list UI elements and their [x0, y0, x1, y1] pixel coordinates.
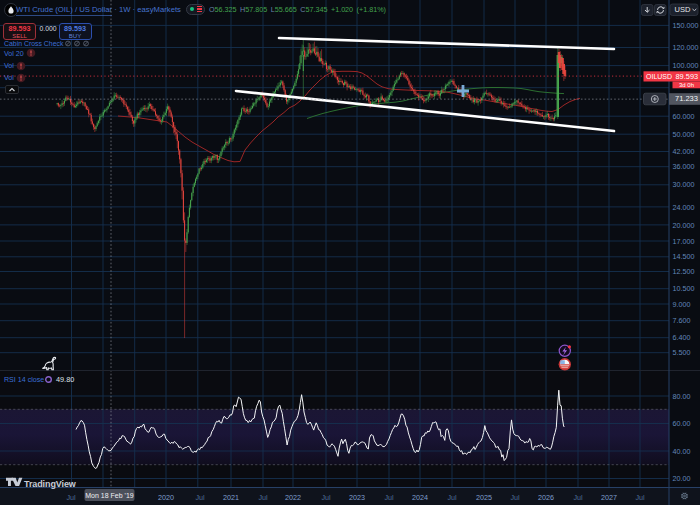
svg-text:2026: 2026: [538, 493, 554, 502]
svg-text:Jul: Jul: [384, 493, 394, 502]
svg-text:60.000: 60.000: [673, 112, 695, 121]
svg-text:71.233: 71.233: [675, 94, 698, 103]
svg-text:Jul: Jul: [573, 493, 583, 502]
svg-text:Jul: Jul: [447, 493, 457, 502]
svg-text:150.000: 150.000: [673, 21, 699, 30]
svg-text:Jul: Jul: [195, 493, 205, 502]
svg-text:42.000: 42.000: [673, 147, 695, 156]
svg-text:5.500: 5.500: [673, 348, 691, 357]
svg-text:TradingView: TradingView: [24, 479, 77, 489]
svg-text:USD: USD: [675, 5, 691, 14]
svg-text:2025: 2025: [476, 493, 492, 502]
svg-text:24.000: 24.000: [673, 203, 695, 212]
svg-text:30.000: 30.000: [673, 180, 695, 189]
svg-text:2024: 2024: [412, 493, 428, 502]
svg-text:7.600: 7.600: [673, 316, 691, 325]
svg-text:40.00: 40.00: [673, 447, 691, 456]
svg-text:2022: 2022: [285, 493, 301, 502]
svg-text:Jul: Jul: [510, 493, 520, 502]
svg-text:2020: 2020: [158, 493, 174, 502]
svg-text:100.000: 100.000: [673, 61, 699, 70]
svg-text:2023: 2023: [349, 493, 365, 502]
svg-text:120.000: 120.000: [673, 43, 699, 52]
svg-text:36.000: 36.000: [673, 162, 695, 171]
svg-text:80.00: 80.00: [673, 392, 691, 401]
svg-text:12.500: 12.500: [673, 267, 695, 276]
svg-text:Jul: Jul: [321, 493, 331, 502]
svg-text:9.000: 9.000: [673, 300, 691, 309]
svg-text:10.500: 10.500: [673, 284, 695, 293]
svg-text:OILUSD: OILUSD: [646, 73, 672, 80]
svg-text:60.00: 60.00: [673, 419, 691, 428]
svg-text:2021: 2021: [223, 493, 239, 502]
svg-text:20.000: 20.000: [673, 221, 695, 230]
svg-text:89.593: 89.593: [676, 72, 699, 81]
svg-text:17.000: 17.000: [673, 237, 695, 246]
svg-text:6.400: 6.400: [673, 333, 691, 342]
svg-text:3d 0h: 3d 0h: [679, 82, 694, 88]
svg-text:50.000: 50.000: [673, 130, 695, 139]
svg-text:Jul: Jul: [258, 493, 268, 502]
svg-text:14.500: 14.500: [673, 252, 695, 261]
svg-text:Jul: Jul: [66, 493, 76, 502]
svg-text:Jul: Jul: [635, 493, 645, 502]
svg-text:20.00: 20.00: [673, 474, 691, 483]
svg-text:Mon 18 Feb '19: Mon 18 Feb '19: [85, 492, 134, 499]
svg-text:2027: 2027: [601, 493, 617, 502]
